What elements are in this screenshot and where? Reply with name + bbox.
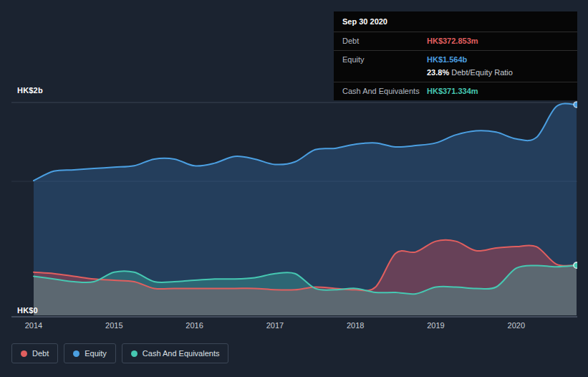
debt-color-dot [21,350,27,357]
ratio-text: Debt/Equity Ratio [451,68,513,77]
x-tick-label: 2014 [18,321,49,330]
y-axis-label-bottom: HK$0 [17,306,38,315]
legend-item-debt[interactable]: Debt [11,343,58,363]
debt-equity-chart-page: HK$2b HK$0 2014201520162017201820192020 … [0,0,588,377]
legend-equity-label: Equity [85,349,107,358]
x-tick-label: 2019 [420,321,452,330]
legend-item-cash[interactable]: Cash And Equivalents [122,343,229,363]
legend-item-equity[interactable]: Equity [64,343,116,363]
y-axis-label-top: HK$2b [17,86,43,95]
legend-debt-label: Debt [32,349,49,358]
legend-cash-label: Cash And Equivalents [143,349,220,358]
tooltip: Sep 30 2020 Debt HK$372.853m Equity HK$1… [334,11,577,100]
tooltip-debt-value: HK$372.853m [427,37,478,46]
legend: Debt Equity Cash And Equivalents [11,343,228,363]
x-tick-label: 2017 [259,321,291,330]
tooltip-cash-value: HK$371.334m [427,87,478,96]
tooltip-cash-label: Cash And Equivalents [342,87,427,96]
tooltip-date: Sep 30 2020 [334,11,577,32]
cash-color-dot [131,350,138,357]
x-tick-label: 2018 [339,321,371,330]
tooltip-row-cash: Cash And Equivalents HK$371.334m [334,82,577,100]
ratio-percent: 23.8% [427,68,449,77]
tooltip-row-debt: Debt HK$372.853m [334,32,577,51]
chart-svg[interactable] [11,93,577,323]
tooltip-equity-value: HK$1.564b [427,55,467,64]
equity-color-dot [73,350,79,357]
tooltip-equity-label: Equity [342,55,427,65]
x-tick-label: 2020 [501,321,532,330]
tooltip-equity-value-block: HK$1.564b 23.8% Debt/Equity Ratio [427,55,513,77]
x-tick-label: 2015 [98,321,130,330]
tooltip-row-equity: Equity HK$1.564b 23.8% Debt/Equity Ratio [334,51,577,82]
tooltip-debt-label: Debt [342,37,427,46]
tooltip-debt-equity-ratio: 23.8% Debt/Equity Ratio [427,68,513,77]
x-tick-label: 2016 [179,321,211,330]
